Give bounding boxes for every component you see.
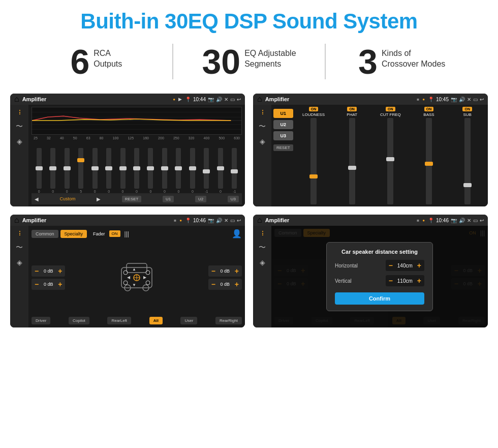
left-bottom-minus[interactable]: − [35, 280, 39, 288]
eq-slider-14[interactable]: -1 [228, 148, 241, 193]
eq-slider-9[interactable]: 0 [158, 148, 171, 193]
back-icon-2[interactable]: ↩ [480, 97, 484, 102]
home-icon-4[interactable]: ⌂ [257, 216, 262, 225]
left-top-minus[interactable]: − [35, 267, 39, 275]
crossover-sidebar-wave-icon[interactable]: 〜 [259, 122, 266, 131]
eq-slider-8[interactable]: 0 [144, 148, 157, 193]
cutfreq-on[interactable]: ON [386, 107, 395, 111]
svg-text:▶: ▶ [143, 275, 147, 280]
eq-slider-2[interactable]: 0 [60, 148, 73, 193]
dot2-icon-3: ● [179, 218, 182, 223]
eq-main-area: 25 32 40 50 63 80 100 125 160 200 250 32… [28, 105, 245, 206]
driver-btn[interactable]: Driver [32, 317, 50, 324]
eq-slider-13[interactable]: 0 [214, 148, 227, 193]
eq-slider-4[interactable]: 0 [88, 148, 101, 193]
screens-grid: ⌂ Amplifier ● ▶ 📍 10:44 📷 🔊 ✕ ▭ ↩ ⫶ 〜 ◈ [0, 89, 498, 338]
eq-slider-7[interactable]: 0 [130, 148, 143, 193]
eq-slider-1[interactable]: 0 [46, 148, 59, 193]
dialog-sidebar-eq-icon[interactable]: ⫶ [261, 229, 264, 237]
left-top-plus[interactable]: + [58, 267, 62, 275]
channel-bass: ON BASS [411, 107, 448, 204]
channel-sub: ON SUB [449, 107, 486, 204]
preset-u3[interactable]: U3 [273, 131, 293, 140]
right-bottom-value: 0 dB [217, 282, 233, 287]
eq-slider-3[interactable]: 5 [74, 148, 87, 193]
horizontal-plus[interactable]: + [417, 261, 421, 270]
home-icon[interactable]: ⌂ [14, 95, 19, 104]
confirm-button[interactable]: Confirm [335, 292, 424, 305]
right-top-plus[interactable]: + [235, 267, 239, 275]
fader-controls: − 0 dB + − 0 dB + [32, 241, 242, 315]
eq-slider-10[interactable]: 0 [172, 148, 185, 193]
reset-btn[interactable]: RESET [122, 196, 142, 202]
right-top-minus[interactable]: − [211, 267, 215, 275]
u3-btn[interactable]: U3 [228, 196, 239, 202]
common-tab[interactable]: Common [32, 230, 58, 238]
fader-sidebar-vol-icon[interactable]: ◈ [17, 258, 22, 266]
eq-slider-11[interactable]: 0 [186, 148, 199, 193]
loudness-label: LOUDNESS [302, 112, 325, 117]
back-icon-3[interactable]: ↩ [237, 218, 241, 223]
eq-sidebar-wave-icon[interactable]: 〜 [16, 122, 23, 131]
amp-reset-btn[interactable]: RESET [273, 144, 293, 151]
phat-slider[interactable] [349, 118, 355, 204]
vertical-plus[interactable]: + [417, 277, 421, 285]
all-btn[interactable]: All [149, 317, 163, 324]
dialog-sidebar-wave-icon[interactable]: 〜 [259, 243, 266, 252]
eq-sidebar-vol-icon[interactable]: ◈ [17, 137, 22, 145]
dot-icon: ● [173, 97, 175, 102]
eq-slider-6[interactable]: 0 [116, 148, 129, 193]
user-icon[interactable]: 👤 [232, 229, 242, 238]
eq-screen-content: ⫶ 〜 ◈ [10, 105, 245, 206]
stat-crossover-number: 3 [358, 44, 378, 79]
stats-row: 6 RCAOutputs 30 EQ AdjustableSegments 3 … [0, 39, 498, 89]
bass-on[interactable]: ON [424, 107, 434, 111]
crossover-sidebar-eq-icon[interactable]: ⫶ [261, 108, 264, 116]
crossover-sidebar-vol-icon[interactable]: ◈ [260, 137, 265, 145]
dot-icon-2: ■ [417, 97, 419, 102]
prev-preset-btn[interactable]: ◀ [35, 196, 39, 202]
play-icon[interactable]: ▶ [178, 97, 182, 102]
right-bottom-plus[interactable]: + [235, 280, 239, 288]
loudness-slider[interactable] [310, 118, 317, 204]
page-title: Buith-in 30EQ DSP Sound System [10, 9, 488, 34]
crossover-screen-bar: ⌂ Amplifier ■ ● 📍 10:45 📷 🔊 ✕ ▭ ↩ [253, 94, 488, 105]
vertical-minus[interactable]: − [389, 277, 393, 285]
specialty-tab[interactable]: Specialty [60, 230, 87, 238]
cutfreq-slider[interactable] [387, 118, 393, 204]
u2-btn[interactable]: U2 [195, 196, 206, 202]
left-bottom-plus[interactable]: + [58, 280, 62, 288]
sub-slider[interactable] [464, 118, 471, 204]
horizontal-minus[interactable]: − [389, 261, 393, 270]
preset-u2[interactable]: U2 [273, 120, 293, 129]
phat-on[interactable]: ON [347, 107, 357, 111]
home-icon-2[interactable]: ⌂ [257, 95, 262, 104]
bass-slider[interactable] [426, 118, 432, 204]
home-icon-3[interactable]: ⌂ [14, 216, 19, 225]
back-icon-4[interactable]: ↩ [480, 218, 484, 223]
eq-slider-12[interactable]: -1 [200, 148, 213, 193]
eq-slider-5[interactable]: 0 [102, 148, 115, 193]
eq-sidebar-eq-icon[interactable]: ⫶ [18, 108, 21, 116]
fader-on-toggle[interactable]: ON [109, 230, 120, 237]
fader-sidebar-wave-icon[interactable]: 〜 [16, 243, 23, 252]
fader-sidebar-eq-icon[interactable]: ⫶ [18, 229, 21, 237]
right-bottom-minus[interactable]: − [211, 280, 215, 288]
copilot-btn[interactable]: Copilot [69, 317, 89, 324]
rearleft-btn[interactable]: RearLeft [107, 317, 131, 324]
rearright-btn[interactable]: RearRight [215, 317, 242, 324]
back-icon[interactable]: ↩ [237, 97, 241, 102]
crossover-time: 10:45 [436, 97, 449, 102]
location-icon: 📍 [185, 97, 191, 102]
x-icon: ✕ [224, 97, 228, 102]
sub-on[interactable]: ON [462, 107, 472, 111]
right-bottom-db: − 0 dB + [208, 279, 242, 290]
stat-eq-number: 30 [202, 44, 240, 79]
eq-slider-0[interactable]: 0 [33, 148, 45, 193]
preset-u1[interactable]: U1 [273, 109, 293, 118]
loudness-on[interactable]: ON [309, 107, 319, 111]
u1-btn[interactable]: U1 [163, 196, 174, 202]
dialog-sidebar-vol-icon[interactable]: ◈ [260, 258, 265, 266]
next-preset-btn[interactable]: ▶ [97, 196, 101, 202]
user-btn[interactable]: User [180, 317, 197, 324]
